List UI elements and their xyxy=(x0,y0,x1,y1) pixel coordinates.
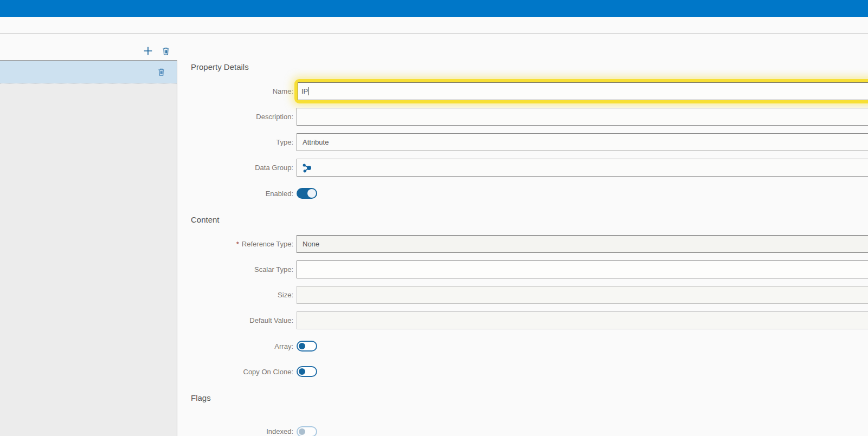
plus-icon xyxy=(143,46,153,56)
top-navigation-bar xyxy=(0,0,868,17)
reference-type-select[interactable]: None xyxy=(297,235,868,253)
property-list-item-selected[interactable] xyxy=(0,61,177,83)
array-label: Array: xyxy=(177,342,293,350)
size-input[interactable] xyxy=(297,286,868,304)
property-list-panel xyxy=(0,60,177,436)
data-group-label: Data Group: xyxy=(177,164,293,172)
name-input[interactable]: IP xyxy=(298,82,868,100)
default-value-input[interactable] xyxy=(297,311,868,329)
form-row-default-value: Default Value: xyxy=(177,311,868,329)
scalar-type-field[interactable] xyxy=(297,261,868,278)
scalar-type-label: Scalar Type: xyxy=(177,265,293,274)
section-title-property-details: Property Details xyxy=(191,62,249,71)
default-value-label: Default Value: xyxy=(177,316,293,324)
section-title-content: Content xyxy=(191,215,220,224)
copy-on-clone-label: Copy On Clone: xyxy=(177,368,293,376)
type-field-value: Attribute xyxy=(303,138,329,146)
form-row-enabled: Enabled: xyxy=(177,188,868,199)
copy-on-clone-toggle[interactable] xyxy=(297,366,317,377)
required-asterisk: * xyxy=(236,240,239,248)
form-row-name: Name: IP xyxy=(177,79,868,104)
trash-icon xyxy=(162,47,170,56)
delete-property-button[interactable] xyxy=(162,47,170,56)
form-row-copy-on-clone: Copy On Clone: xyxy=(177,366,868,377)
name-input-value: IP xyxy=(301,87,308,95)
reference-type-label: * Reference Type: xyxy=(177,240,293,248)
size-label: Size: xyxy=(177,291,293,299)
array-toggle[interactable] xyxy=(297,341,317,352)
name-field-focus-highlight: IP xyxy=(294,79,868,103)
app-window: Property Details Name: IP Description: T… xyxy=(0,0,868,436)
share-icon xyxy=(301,162,312,173)
secondary-header-bar xyxy=(0,17,868,34)
trash-icon xyxy=(157,68,165,76)
property-list-toolbar xyxy=(0,43,177,59)
reference-type-value: None xyxy=(303,240,319,248)
description-label: Description: xyxy=(177,113,293,121)
form-row-reference-type: * Reference Type: None xyxy=(177,235,868,253)
reference-type-label-text: Reference Type: xyxy=(242,240,293,248)
form-row-scalar-type: Scalar Type: xyxy=(177,261,868,278)
type-label: Type: xyxy=(177,138,293,146)
form-row-size: Size: xyxy=(177,286,868,304)
type-field[interactable]: Attribute xyxy=(297,133,868,151)
form-row-description: Description: xyxy=(177,108,868,126)
data-group-field[interactable] xyxy=(297,159,868,177)
enabled-toggle[interactable] xyxy=(297,188,317,199)
enabled-label: Enabled: xyxy=(177,190,293,198)
section-title-flags: Flags xyxy=(191,393,211,402)
description-input[interactable] xyxy=(297,108,868,126)
text-caret xyxy=(308,87,309,95)
form-row-indexed: Indexed: xyxy=(177,426,868,436)
indexed-label: Indexed: xyxy=(177,427,293,435)
add-property-button[interactable] xyxy=(143,46,153,56)
property-details-form: Property Details Name: IP Description: T… xyxy=(177,34,868,436)
form-row-array: Array: xyxy=(177,341,868,352)
form-row-type: Type: Attribute xyxy=(177,133,868,151)
indexed-toggle xyxy=(297,426,317,436)
row-delete-button[interactable] xyxy=(157,68,165,76)
form-row-data-group: Data Group: xyxy=(177,159,868,177)
name-label: Name: xyxy=(177,87,293,95)
